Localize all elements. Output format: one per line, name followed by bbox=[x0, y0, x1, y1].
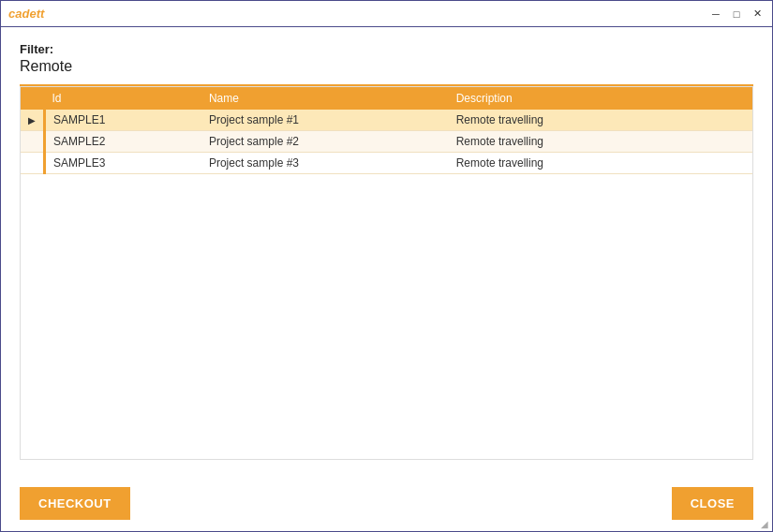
project-table: Id Name Description ▶SAMPLE1Project samp… bbox=[21, 87, 752, 174]
row-indicator bbox=[21, 153, 45, 174]
col-header-description: Description bbox=[449, 87, 752, 110]
cell-name: Project sample #1 bbox=[201, 110, 449, 131]
filter-label: Filter: bbox=[20, 42, 753, 56]
cell-description: Remote travelling bbox=[449, 131, 752, 153]
cell-description: Remote travelling bbox=[449, 110, 752, 131]
main-window: cadett ─ □ ✕ Filter: Remote Id Name Desc… bbox=[0, 0, 773, 532]
checkout-button[interactable]: CHECKOUT bbox=[20, 487, 130, 520]
col-header-arrow bbox=[21, 87, 45, 110]
footer: CHECKOUT CLOSE bbox=[1, 475, 772, 531]
cell-name: Project sample #3 bbox=[201, 153, 449, 174]
close-window-button[interactable]: ✕ bbox=[750, 7, 765, 22]
content-area: Filter: Remote Id Name Description ▶SAMP… bbox=[1, 27, 772, 475]
row-indicator bbox=[21, 131, 45, 153]
table-wrapper: Id Name Description ▶SAMPLE1Project samp… bbox=[20, 86, 753, 460]
cell-description: Remote travelling bbox=[449, 153, 752, 174]
table-row[interactable]: SAMPLE3Project sample #3Remote travellin… bbox=[21, 153, 752, 174]
resize-handle[interactable]: ◢ bbox=[761, 519, 768, 529]
row-indicator: ▶ bbox=[21, 110, 45, 131]
cell-id: SAMPLE1 bbox=[45, 110, 201, 131]
cell-id: SAMPLE3 bbox=[45, 153, 201, 174]
filter-value: Remote bbox=[20, 58, 753, 75]
table-row[interactable]: ▶SAMPLE1Project sample #1Remote travelli… bbox=[21, 110, 752, 131]
minimize-button[interactable]: ─ bbox=[708, 7, 723, 22]
close-button[interactable]: CLOSE bbox=[672, 487, 753, 520]
app-logo: cadett bbox=[8, 7, 44, 21]
cell-id: SAMPLE2 bbox=[45, 131, 201, 153]
window-controls: ─ □ ✕ bbox=[708, 7, 765, 22]
title-bar: cadett ─ □ ✕ bbox=[1, 1, 772, 27]
col-header-id: Id bbox=[45, 87, 201, 110]
table-row[interactable]: SAMPLE2Project sample #2Remote travellin… bbox=[21, 131, 752, 153]
table-header-row: Id Name Description bbox=[21, 87, 752, 110]
cell-name: Project sample #2 bbox=[201, 131, 449, 153]
maximize-button[interactable]: □ bbox=[729, 7, 744, 22]
col-header-name: Name bbox=[201, 87, 449, 110]
